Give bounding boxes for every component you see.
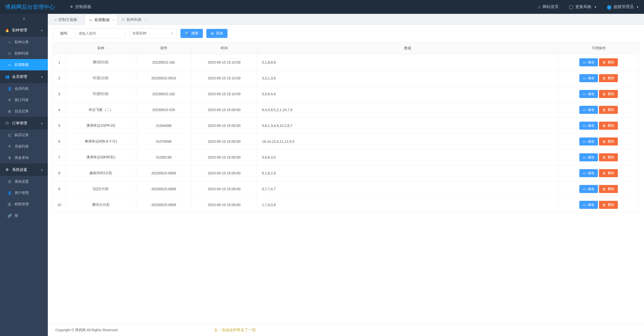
modify-button[interactable]: ▭ 修改 (579, 74, 598, 82)
row-actions: ▭ 修改 🗑 删除 (558, 102, 639, 118)
delete-button[interactable]: 🗑 删除 (599, 58, 618, 66)
row-index: 8 (53, 165, 66, 181)
tab-0[interactable]: ⌂控制主面板 (50, 15, 84, 25)
modify-button[interactable]: ▭ 修改 (579, 122, 598, 130)
sidebar-item-1-1[interactable]: ⚲接口列表 (0, 94, 48, 106)
table-row: 5澳洲幸运10(PK10)210440992023-09-15 15:09:00… (53, 118, 639, 134)
row-time: 2023-09-15 15:09:00 (192, 197, 257, 213)
delete-label: 删除 (608, 187, 614, 191)
row-data: 1,7,4,0,8 (257, 197, 558, 213)
row-kind: 澳洲幸运8(快乐十分) (66, 134, 136, 150)
home-icon: ⌂ (538, 5, 541, 9)
sidebar-collapse-button[interactable]: ≡ (0, 14, 48, 24)
row-data: 3,3,1,3,6 (257, 70, 558, 86)
modify-label: 修改 (588, 123, 594, 128)
sidebar-item-3-0[interactable]: ☰系统设置 (0, 176, 48, 187)
delete-button[interactable]: 🗑 删除 (599, 201, 618, 209)
close-icon[interactable]: ✕ (112, 18, 115, 22)
sidebar-group-2[interactable]: ⬡订单管理▲ (0, 117, 48, 129)
modify-button[interactable]: ▭ 修改 (579, 106, 598, 114)
user-dropdown[interactable]: ◉ 超级管理员 ▼ (607, 4, 639, 10)
row-data: 5,0,6,4,4 (257, 86, 558, 102)
delete-button[interactable]: 🗑 删除 (599, 153, 618, 161)
row-kind: 越南河内1分彩 (66, 165, 136, 181)
plus-icon: ⊕ (211, 31, 214, 35)
sidebar-group-label: 订单管理 (12, 121, 27, 126)
col-header-0 (53, 42, 66, 55)
row-issue: 20230915-0910 (136, 70, 192, 86)
skin-dropdown[interactable]: ◯ 更换风格 ▼ (569, 4, 597, 10)
sidebar-item-3-2[interactable]: ⚿权限管理 (0, 199, 48, 210)
tab-2[interactable]: ⬡彩种列表✕ (118, 15, 149, 25)
delete-button[interactable]: 🗑 删除 (599, 122, 618, 130)
circle-icon: ◯ (569, 5, 573, 9)
row-time: 2023-09-15 15:10:00 (192, 70, 257, 86)
modify-label: 修改 (588, 108, 594, 112)
sidebar-item-0-1[interactable]: ⬡彩种列表 (0, 48, 48, 59)
sidebar-item-label: 充值列表 (15, 144, 29, 149)
lottery-type-select[interactable]: 全部彩种 ▼ (129, 28, 177, 38)
close-icon[interactable]: ✕ (144, 18, 147, 21)
table-row: 3印尼5分彩20230915-1822023-09-15 15:10:005,0… (53, 86, 639, 102)
sidebar-group-0[interactable]: 🔥彩种管理▲ (0, 24, 48, 36)
trash-icon: 🗑 (602, 61, 606, 64)
skin-label: 更换风格 (575, 4, 591, 10)
log-icon: 🗎 (8, 109, 12, 113)
add-button[interactable]: ⊕ 添加 (206, 29, 228, 38)
modify-button[interactable]: ▭ 修改 (579, 58, 598, 66)
row-index: 10 (53, 197, 66, 213)
issue-input[interactable] (75, 28, 126, 38)
row-issue: 20230915-182 (136, 86, 192, 102)
delete-label: 删除 (608, 108, 614, 112)
sidebar-item-2-0[interactable]: 🛒购买记录 (0, 129, 48, 141)
row-index: 4 (53, 102, 66, 118)
row-index: 3 (53, 86, 66, 102)
delete-button[interactable]: 🗑 删除 (599, 106, 618, 114)
col-header-5: 可用操作 (558, 42, 639, 55)
site-home-link[interactable]: ⌂ 网站首页 (538, 4, 559, 10)
sidebar-item-3-3[interactable]: 🔗接 (0, 210, 48, 221)
row-actions: ▭ 修改 🗑 删除 (558, 70, 639, 86)
sidebar-item-label: 彩种分类 (15, 40, 29, 44)
sidebar-item-0-2[interactable]: ⩙彩票数据 (0, 59, 48, 70)
sidebar-item-2-1[interactable]: ￥充值列表 (0, 141, 48, 152)
chevron-down-icon: ▼ (636, 6, 639, 9)
search-button[interactable]: 🔍 搜索 (180, 29, 203, 38)
sidebar-group-1[interactable]: 👥会员管理▲ (0, 70, 48, 83)
sidebar-item-label: 会员列表 (15, 86, 29, 91)
modify-button[interactable]: ▭ 修改 (579, 201, 598, 209)
row-time: 2023-09-15 15:09:00 (192, 181, 257, 197)
delete-button[interactable]: 🗑 删除 (599, 185, 618, 193)
chevron-up-icon: ▲ (41, 29, 43, 32)
modify-button[interactable]: ▭ 修改 (579, 153, 598, 161)
modify-button[interactable]: ▭ 修改 (579, 185, 598, 193)
control-panel-link[interactable]: ✈ 控制面板 (70, 4, 91, 10)
sidebar-item-2-2[interactable]: $资金变动 (0, 152, 48, 163)
row-index: 6 (53, 134, 66, 150)
delete-button[interactable]: 🗑 删除 (599, 90, 618, 98)
tab-label: 控制主面板 (58, 17, 77, 22)
sidebar-item-1-2[interactable]: 🗎日志记录 (0, 106, 48, 117)
sidebar-item-label: 接口列表 (15, 98, 29, 102)
pulse-icon: ⩙ (89, 18, 93, 22)
table-row: 10腾讯分分彩20230915-09092023-09-15 15:09:001… (53, 197, 639, 213)
tab-label: 彩票数据 (95, 18, 110, 22)
delete-button[interactable]: 🗑 删除 (599, 137, 618, 146)
sidebar-item-1-0[interactable]: 👤会员列表 (0, 83, 48, 94)
sidebar-group-3[interactable]: ⚙系统设置▲ (0, 163, 48, 176)
pulse-icon: ⩙ (8, 63, 12, 67)
app-brand[interactable]: 博易网后台管理中心 (5, 3, 60, 11)
delete-button[interactable]: 🗑 删除 (599, 169, 618, 177)
delete-button[interactable]: 🗑 删除 (599, 74, 618, 82)
tab-1[interactable]: ⩙彩票数据✕ (85, 15, 117, 25)
modify-button[interactable]: ▭ 修改 (579, 137, 598, 146)
sidebar-item-label: 系统设置 (15, 179, 29, 184)
trash-icon: 🗑 (602, 171, 606, 175)
modify-button[interactable]: ▭ 修改 (579, 169, 598, 177)
trash-icon: 🗑 (602, 124, 606, 128)
sidebar-item-0-0[interactable]: ☆彩种分类 (0, 36, 48, 48)
modify-button[interactable]: ▭ 修改 (579, 90, 598, 98)
sidebar-item-label: 权限管理 (15, 202, 29, 207)
sidebar-item-3-1[interactable]: 👤用户管理 (0, 187, 48, 199)
trash-icon: 🗑 (602, 203, 606, 207)
